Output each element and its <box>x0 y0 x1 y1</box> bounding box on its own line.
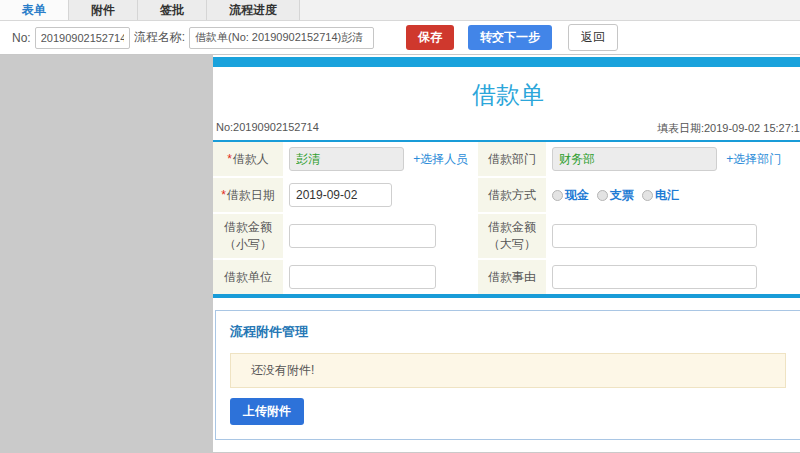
loan-date-input[interactable] <box>289 183 392 207</box>
tab-bar: 表单 附件 签批 流程进度 <box>0 0 800 21</box>
content-area: 借款单 No:20190902152714 填表日期:2019-09-02 15… <box>0 55 800 452</box>
document-subheader: No:20190902152714 填表日期:2019-09-02 15:27:… <box>213 119 800 142</box>
flow-name-input[interactable] <box>189 27 374 49</box>
attachments-section: 流程附件管理 还没有附件! 上传附件 <box>215 310 800 440</box>
table-row: *借款日期 借款方式 现金 支票 <box>213 177 800 213</box>
loan-unit-field-cell <box>283 259 478 296</box>
amount-lower-label-cell: 借款金额（小写） <box>213 213 283 259</box>
department-field-cell: +选择部门 <box>546 142 800 177</box>
loan-form-table: *借款人 +选择人员 借款部门 +选择部门 *借款日期 <box>213 142 800 298</box>
required-mark: * <box>227 152 232 166</box>
table-row: *借款人 +选择人员 借款部门 +选择部门 <box>213 142 800 177</box>
radio-icon <box>552 190 563 201</box>
radio-icon <box>597 190 608 201</box>
loan-reason-label-cell: 借款事由 <box>478 259 546 296</box>
department-input[interactable] <box>552 147 717 171</box>
borrower-field-cell: +选择人员 <box>283 142 478 177</box>
tab-progress[interactable]: 流程进度 <box>207 0 300 20</box>
radio-icon <box>642 190 653 201</box>
save-button[interactable]: 保存 <box>406 25 454 50</box>
toolbar: No: 流程名称: 保存 转交下一步 返回 <box>0 21 800 55</box>
loan-reason-input[interactable] <box>552 265 757 289</box>
fill-date: 填表日期:2019-09-02 15:27:1 <box>657 121 800 136</box>
tab-approval[interactable]: 签批 <box>138 0 207 20</box>
required-mark: * <box>221 188 226 202</box>
amount-lower-field-cell <box>283 213 478 259</box>
radio-cheque[interactable]: 支票 <box>597 187 634 204</box>
no-input[interactable] <box>35 27 130 49</box>
amount-upper-field-cell <box>546 213 800 259</box>
document-number: No:20190902152714 <box>216 121 319 136</box>
attachments-section-title: 流程附件管理 <box>230 323 786 341</box>
radio-cash[interactable]: 现金 <box>552 187 589 204</box>
borrower-label-cell: *借款人 <box>213 142 283 177</box>
loan-date-field-cell <box>283 177 478 213</box>
flow-name-label: 流程名称: <box>134 29 185 46</box>
loan-reason-field-cell <box>546 259 800 296</box>
table-row: 借款单位 借款事由 <box>213 259 800 296</box>
department-label-cell: 借款部门 <box>478 142 546 177</box>
attachments-empty-message: 还没有附件! <box>230 353 786 388</box>
table-row: 借款金额（小写） 借款金额（大写） <box>213 213 800 259</box>
loan-date-label-cell: *借款日期 <box>213 177 283 213</box>
loan-method-field-cell: 现金 支票 电汇 <box>546 177 800 213</box>
amount-upper-label-cell: 借款金额（大写） <box>478 213 546 259</box>
loan-method-label-cell: 借款方式 <box>478 177 546 213</box>
form-panel: 借款单 No:20190902152714 填表日期:2019-09-02 15… <box>213 55 800 452</box>
tab-attachments[interactable]: 附件 <box>69 0 138 20</box>
top-chrome: 表单 附件 签批 流程进度 No: 流程名称: 保存 转交下一步 返回 <box>0 0 800 55</box>
panel-top-bar <box>213 57 800 67</box>
next-step-button[interactable]: 转交下一步 <box>468 25 552 50</box>
pick-department-link[interactable]: +选择部门 <box>726 152 781 166</box>
borrower-input[interactable] <box>289 147 404 171</box>
loan-unit-input[interactable] <box>289 265 436 289</box>
document-title: 借款单 <box>213 67 800 119</box>
loan-unit-label-cell: 借款单位 <box>213 259 283 296</box>
back-button[interactable]: 返回 <box>568 24 618 51</box>
amount-upper-input[interactable] <box>552 224 757 248</box>
upload-attachment-button[interactable]: 上传附件 <box>230 398 304 425</box>
tab-form[interactable]: 表单 <box>0 0 69 20</box>
radio-wire[interactable]: 电汇 <box>642 187 679 204</box>
amount-lower-input[interactable] <box>289 224 436 248</box>
no-label: No: <box>12 31 31 45</box>
pick-person-link[interactable]: +选择人员 <box>413 152 468 166</box>
